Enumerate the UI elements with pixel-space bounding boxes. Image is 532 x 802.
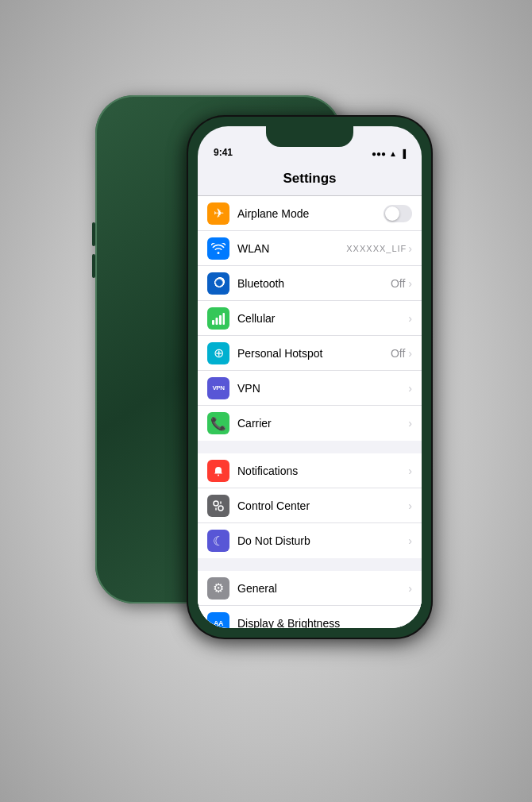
cellular-item[interactable]: Cellular › [198,301,422,336]
wlan-chevron: › [408,242,412,255]
device-group: ⚙ General › AA Display & Brightness › [198,571,422,628]
vpn-icon: VPN [207,377,229,399]
power-button [431,244,433,283]
carrier-chevron: › [408,417,412,430]
control-center-label: Control Center [237,499,408,512]
personal-hotspot-chevron: › [408,347,412,360]
general-chevron: › [408,582,412,595]
vpn-item[interactable]: VPN VPN › [198,371,422,406]
display-brightness-icon: AA [207,612,229,629]
wlan-network-name: XXXXXX_LIF [346,244,407,253]
wlan-label: WLAN [237,242,346,255]
phone-front: 9:41 ●●● ▲ ▐ Settings ✈ Airplane Mode [187,115,433,639]
general-item[interactable]: ⚙ General › [198,571,422,606]
svg-rect-3 [223,313,226,325]
control-center-item[interactable]: Control Center › [198,488,422,523]
personal-hotspot-label: Personal Hotspot [237,347,391,360]
bluetooth-chevron: › [408,277,412,290]
wlan-icon [207,237,229,260]
status-time: 9:41 [214,147,233,158]
airplane-mode-icon: ✈ [207,202,229,225]
bluetooth-item[interactable]: 🔿 Bluetooth Off › [198,266,422,301]
vpn-label: VPN [237,382,408,395]
carrier-icon: 📞 [207,412,229,434]
notifications-item[interactable]: Notifications › [198,453,422,488]
personal-hotspot-icon: ⊕ [207,342,229,364]
do-not-disturb-label: Do Not Disturb [237,534,408,547]
do-not-disturb-icon: ☾ [207,530,229,552]
display-brightness-label: Display & Brightness [237,617,408,629]
phone-screen: 9:41 ●●● ▲ ▐ Settings ✈ Airplane Mode [198,126,422,628]
cellular-label: Cellular [237,312,408,325]
svg-point-5 [218,474,219,476]
display-brightness-chevron: › [408,617,412,629]
system-group: Notifications › Control Center › [198,453,422,558]
display-brightness-item[interactable]: AA Display & Brightness › [198,606,422,628]
do-not-disturb-chevron: › [408,534,412,547]
settings-list: ✈ Airplane Mode [198,196,422,628]
general-label: General [237,582,408,595]
do-not-disturb-item[interactable]: ☾ Do Not Disturb › [198,523,422,558]
cellular-icon [207,307,229,330]
svg-rect-1 [216,318,218,325]
page-title: Settings [283,171,336,187]
notch [266,126,353,147]
page-title-bar: Settings [198,161,422,196]
svg-point-6 [214,501,218,506]
carrier-item[interactable]: 📞 Carrier › [198,406,422,441]
volume-down-button-back [92,254,95,278]
volume-up-button-back [92,222,95,246]
vpn-chevron: › [408,382,412,395]
bluetooth-label: Bluetooth [237,277,391,290]
bluetooth-value: Off [391,277,405,290]
svg-rect-0 [212,320,214,325]
control-center-chevron: › [408,499,412,512]
battery-icon: ▐ [400,149,406,158]
notifications-icon [207,460,229,482]
signal-icon: ●●● [372,149,386,158]
notifications-label: Notifications [237,465,408,477]
svg-point-7 [218,506,223,511]
separator-2 [198,565,422,571]
volume-down-button [187,260,188,283]
svg-rect-2 [219,315,222,325]
control-center-icon [207,495,229,517]
notifications-chevron: › [408,465,412,477]
personal-hotspot-value: Off [391,347,405,360]
volume-up-button [187,228,188,252]
airplane-mode-label: Airplane Mode [237,207,384,220]
carrier-label: Carrier [237,417,408,430]
airplane-mode-item[interactable]: ✈ Airplane Mode [198,196,422,231]
wlan-value: XXXXXX_LIF › [346,242,412,255]
wlan-item[interactable]: WLAN XXXXXX_LIF › [198,231,422,266]
bluetooth-icon: 🔿 [207,272,229,295]
wifi-icon: ▲ [389,149,397,158]
status-icons: ●●● ▲ ▐ [372,149,406,158]
general-icon: ⚙ [207,577,229,600]
airplane-mode-toggle[interactable] [384,205,412,222]
connectivity-group: ✈ Airplane Mode [198,196,422,441]
personal-hotspot-item[interactable]: ⊕ Personal Hotspot Off › [198,336,422,371]
separator-1 [198,447,422,453]
toggle-knob [385,206,399,221]
cellular-chevron: › [408,312,412,325]
